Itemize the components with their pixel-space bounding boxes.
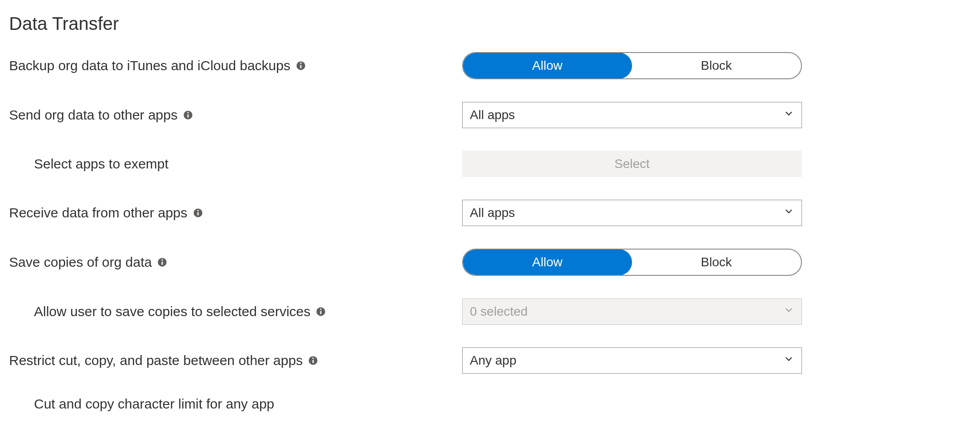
info-icon[interactable]	[157, 257, 167, 267]
row-char-limit: Cut and copy character limit for any app	[9, 396, 961, 412]
label-restrict-cut-copy: Restrict cut, copy, and paste between ot…	[9, 353, 462, 368]
row-restrict-cut-copy: Restrict cut, copy, and paste between ot…	[9, 347, 961, 374]
label-save-services: Allow user to save copies to selected se…	[9, 304, 462, 319]
select-send-org-data[interactable]: All apps	[462, 102, 802, 128]
select-restrict-cut-copy[interactable]: Any app	[462, 347, 802, 374]
svg-rect-16	[313, 360, 314, 363]
data-transfer-section: Data Transfer Backup org data to iTunes …	[9, 14, 961, 412]
label-text: Send org data to other apps	[9, 107, 178, 123]
row-backup: Backup org data to iTunes and iCloud bac…	[9, 52, 961, 79]
svg-rect-10	[162, 262, 163, 265]
label-send: Send org data to other apps	[9, 107, 462, 123]
svg-point-14	[320, 308, 322, 310]
toggle-save-block[interactable]: Block	[632, 250, 801, 275]
label-text: Allow user to save copies to selected se…	[34, 304, 310, 319]
label-text: Save copies of org data	[9, 255, 152, 270]
info-icon[interactable]	[193, 208, 203, 218]
label-exempt: Select apps to exempt	[9, 156, 462, 172]
svg-rect-1	[300, 65, 302, 68]
info-icon[interactable]	[316, 307, 326, 317]
svg-rect-4	[188, 115, 189, 118]
select-save-services: 0 selected	[462, 298, 802, 325]
label-text: Restrict cut, copy, and paste between ot…	[9, 353, 303, 368]
svg-point-2	[300, 63, 301, 64]
svg-point-8	[197, 210, 198, 211]
toggle-save-copies[interactable]: Allow Block	[462, 249, 802, 276]
label-text: Cut and copy character limit for any app	[34, 396, 274, 412]
svg-rect-13	[320, 311, 322, 314]
info-icon[interactable]	[296, 61, 306, 71]
label-text: Select apps to exempt	[34, 156, 169, 172]
svg-point-5	[187, 112, 188, 113]
info-icon[interactable]	[183, 110, 193, 120]
section-heading: Data Transfer	[9, 14, 961, 34]
select-receive-data[interactable]: All apps	[462, 200, 802, 226]
info-icon[interactable]	[308, 356, 318, 365]
label-text: Backup org data to iTunes and iCloud bac…	[9, 58, 290, 73]
svg-point-11	[162, 259, 163, 260]
row-save-services: Allow user to save copies to selected se…	[9, 298, 961, 325]
row-receive: Receive data from other apps All apps	[9, 200, 961, 226]
select-exempt-button: Select	[462, 151, 802, 177]
svg-rect-7	[197, 212, 198, 216]
label-char-limit: Cut and copy character limit for any app	[9, 396, 462, 412]
label-save-copies: Save copies of org data	[9, 255, 462, 270]
toggle-backup-allow[interactable]: Allow	[463, 53, 632, 79]
toggle-save-allow[interactable]: Allow	[463, 249, 632, 275]
label-receive: Receive data from other apps	[9, 205, 462, 221]
label-backup: Backup org data to iTunes and iCloud bac…	[9, 58, 462, 73]
svg-point-17	[313, 357, 314, 359]
toggle-backup[interactable]: Allow Block	[462, 52, 802, 79]
label-text: Receive data from other apps	[9, 205, 188, 221]
row-exempt: Select apps to exempt Select	[9, 151, 961, 177]
toggle-backup-block[interactable]: Block	[632, 53, 801, 78]
row-send: Send org data to other apps All apps	[9, 102, 961, 128]
row-save-copies: Save copies of org data Allow Block	[9, 249, 961, 276]
